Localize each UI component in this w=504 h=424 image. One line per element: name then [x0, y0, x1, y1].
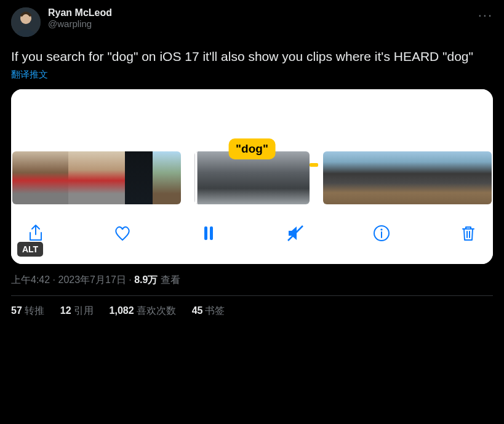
- thumbnail: [68, 151, 97, 204]
- clip-group[interactable]: [12, 151, 181, 204]
- caption-badge: "dog": [228, 138, 276, 159]
- more-options-button[interactable]: ···: [478, 7, 493, 23]
- thumbnail: [351, 151, 380, 204]
- stat-quotes[interactable]: 12引用: [60, 305, 94, 318]
- thumbnail: [379, 151, 407, 204]
- thumbnail: [125, 151, 153, 204]
- tweet-header: Ryan McLeod @warpling: [11, 7, 493, 37]
- thumbnail: [198, 151, 226, 204]
- thumbnail: [407, 151, 436, 204]
- svg-point-6: [381, 229, 383, 231]
- thumbnail: [153, 151, 181, 204]
- tweet-meta: 上午4:42 · 2023年7月17日 · 8.9万 查看: [11, 274, 493, 287]
- svg-rect-3: [210, 226, 213, 240]
- tweet-container: ··· Ryan McLeod @warpling If you search …: [11, 7, 493, 318]
- tweet-time[interactable]: 上午4:42: [11, 274, 50, 285]
- thumbnail: [323, 151, 351, 204]
- thumbnail: [12, 151, 41, 204]
- views-label: 查看: [161, 274, 180, 285]
- info-button[interactable]: [369, 221, 394, 246]
- display-name[interactable]: Ryan McLeod: [48, 7, 112, 18]
- thumbnail: [97, 151, 125, 204]
- alt-badge[interactable]: ALT: [17, 242, 43, 257]
- stat-likes[interactable]: 1,082喜欢次数: [110, 305, 176, 318]
- views-count[interactable]: 8.9万: [134, 274, 158, 285]
- media-toolbar: [11, 206, 493, 264]
- thumbnail: [463, 151, 492, 204]
- mute-button[interactable]: [283, 221, 308, 246]
- svg-rect-2: [204, 226, 207, 240]
- stat-bookmarks[interactable]: 45书签: [192, 305, 225, 318]
- clip-group[interactable]: [323, 151, 492, 204]
- pause-button[interactable]: [196, 221, 221, 246]
- divider: [11, 295, 493, 296]
- avatar[interactable]: [11, 7, 41, 37]
- caption-marker: [310, 163, 318, 167]
- tweet-date[interactable]: 2023年7月17日: [58, 274, 126, 285]
- thumbnail: [41, 151, 69, 204]
- stat-retweets[interactable]: 57转推: [11, 305, 44, 318]
- translate-link[interactable]: 翻译推文: [11, 69, 493, 81]
- thumbnail: [282, 151, 310, 204]
- trash-button[interactable]: [456, 221, 481, 246]
- tweet-stats: 57转推 12引用 1,082喜欢次数 45书签: [11, 305, 493, 318]
- author-names: Ryan McLeod @warpling: [48, 7, 112, 29]
- media-card[interactable]: "dog": [11, 89, 493, 264]
- heart-button[interactable]: [110, 221, 135, 246]
- handle[interactable]: @warpling: [48, 18, 112, 29]
- thumbnail: [436, 151, 464, 204]
- tweet-text: If you search for "dog" on iOS 17 it'll …: [11, 48, 493, 65]
